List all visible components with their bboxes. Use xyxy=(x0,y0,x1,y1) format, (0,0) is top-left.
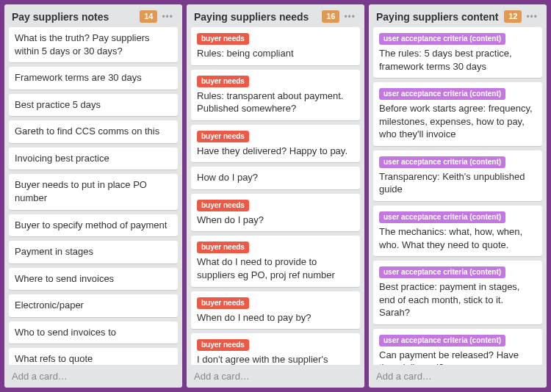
card[interactable]: user acceptance criteria (content)Transp… xyxy=(373,150,542,201)
card-text: The rules: 5 days best practice, framewo… xyxy=(379,47,536,73)
card-text: Best practice: payment in stages, end of… xyxy=(379,280,536,319)
label-badge: user acceptance criteria (content) xyxy=(379,211,505,223)
list-menu-icon[interactable]: ••• xyxy=(342,12,357,22)
card[interactable]: Where to send invoices xyxy=(9,268,178,291)
label-badge: user acceptance criteria (content) xyxy=(379,335,505,346)
card-text: When do I pay? xyxy=(197,214,354,227)
card[interactable]: What is the truth? Pay suppliers within … xyxy=(9,27,178,62)
label-badge: buyer needs xyxy=(197,76,249,87)
card[interactable]: user acceptance criteria (content)Before… xyxy=(373,82,542,146)
card-text: Transparency: Keith's unpublished guide xyxy=(379,170,536,196)
card-text: What do I need to provide to suppliers e… xyxy=(197,255,354,281)
label-badge: buyer needs xyxy=(197,297,249,309)
card-text: What is the truth? Pay suppliers within … xyxy=(15,32,172,57)
card-text: Best practice 5 days xyxy=(15,98,172,112)
label-badge: buyer needs xyxy=(197,33,249,45)
card[interactable]: Payment in stages xyxy=(9,241,178,264)
label-badge: user acceptance criteria (content) xyxy=(379,33,505,45)
card[interactable]: Gareth to find CCS comms on this xyxy=(9,120,178,143)
list-column: Pay suppliers notes 14 ••• What is the t… xyxy=(4,4,182,388)
add-card-button[interactable]: Add a card… xyxy=(4,365,182,388)
label-badge: buyer needs xyxy=(197,242,249,253)
list-menu-icon[interactable]: ••• xyxy=(525,12,539,22)
card-text: I don't agree with the supplier's invoic… xyxy=(197,353,354,365)
list-column: Paying suppliers content 12 ••• user acc… xyxy=(369,4,547,388)
list-header: Paying suppliers needs 16 ••• xyxy=(187,4,364,27)
card-count-badge: 14 xyxy=(140,10,157,23)
list-title[interactable]: Paying suppliers content xyxy=(376,11,501,23)
card-text: Before work starts agree: frequency, mil… xyxy=(379,102,536,141)
card[interactable]: user acceptance criteria (content)Can pa… xyxy=(373,329,542,365)
card-text: What refs to quote xyxy=(15,352,172,365)
add-card-button[interactable]: Add a card… xyxy=(187,365,364,388)
card-list: What is the truth? Pay suppliers within … xyxy=(4,27,182,365)
card-text: Payment in stages xyxy=(15,245,172,258)
card[interactable]: Buyer needs to put in place PO number xyxy=(9,174,178,209)
list-column: Paying suppliers needs 16 ••• buyer need… xyxy=(187,4,364,388)
card[interactable]: buyer needsHave they delivered? Happy to… xyxy=(191,125,360,163)
card-text: Where to send invoices xyxy=(15,272,172,286)
card[interactable]: Framework terms are 30 days xyxy=(9,67,178,90)
card-text: Invoicing best practice xyxy=(15,152,172,165)
card-text: Framework terms are 30 days xyxy=(15,71,172,84)
list-title[interactable]: Paying suppliers needs xyxy=(194,11,319,23)
card[interactable]: Best practice 5 days xyxy=(9,94,178,117)
card-text: Electronic/paper xyxy=(15,299,172,312)
card[interactable]: buyer needsRules: being compliant xyxy=(191,27,360,65)
card[interactable]: Buyer to specify method of payment xyxy=(9,214,178,237)
card[interactable]: buyer needsWhen do I need to pay by? xyxy=(191,291,360,330)
card[interactable]: buyer needsWhat do I need to provide to … xyxy=(191,236,360,286)
card-text: Have they delivered? Happy to pay. xyxy=(197,145,354,158)
card-text: Gareth to find CCS comms on this xyxy=(15,125,172,138)
card[interactable]: buyer needsI don't agree with the suppli… xyxy=(191,333,360,365)
list-menu-icon[interactable]: ••• xyxy=(160,12,175,22)
card[interactable]: What refs to quote xyxy=(9,348,178,365)
card-text: Who to send invoices to xyxy=(15,326,172,339)
card[interactable]: buyer needsWhen do I pay? xyxy=(191,194,360,232)
label-badge: buyer needs xyxy=(197,339,249,351)
label-badge: user acceptance criteria (content) xyxy=(379,156,505,168)
list-header: Paying suppliers content 12 ••• xyxy=(369,4,547,27)
card[interactable]: buyer needsRules: transparent about paym… xyxy=(191,70,360,120)
card-text: Rules: being compliant xyxy=(197,47,354,60)
card[interactable]: Electronic/paper xyxy=(9,294,178,317)
card[interactable]: How do I pay? xyxy=(191,167,360,189)
card[interactable]: Who to send invoices to xyxy=(9,322,178,344)
card-list: user acceptance criteria (content)The ru… xyxy=(369,27,547,365)
label-badge: user acceptance criteria (content) xyxy=(379,88,505,100)
card-text: Buyer to specify method of payment xyxy=(15,219,172,232)
card-text: The mechanics: what, how, when, who. Wha… xyxy=(379,225,536,251)
add-card-button[interactable]: Add a card… xyxy=(369,365,547,388)
card[interactable]: user acceptance criteria (content)Best p… xyxy=(373,261,542,324)
card-text: Rules: transparent about payment. Publis… xyxy=(197,90,354,115)
card-text: When do I need to pay by? xyxy=(197,311,354,324)
label-badge: buyer needs xyxy=(197,200,249,211)
card-text: Buyer needs to put in place PO number xyxy=(15,178,172,204)
label-badge: buyer needs xyxy=(197,131,249,142)
card-count-badge: 16 xyxy=(322,10,339,23)
card-list: buyer needsRules: being compliant buyer … xyxy=(187,27,364,365)
list-header: Pay suppliers notes 14 ••• xyxy=(4,4,182,27)
card-text: How do I pay? xyxy=(197,171,354,184)
label-badge: user acceptance criteria (content) xyxy=(379,266,505,278)
card[interactable]: Invoicing best practice xyxy=(9,148,178,170)
card-count-badge: 12 xyxy=(504,10,522,23)
list-title[interactable]: Pay suppliers notes xyxy=(12,11,137,23)
card[interactable]: user acceptance criteria (content)The ru… xyxy=(373,27,542,78)
card-text: Can payment be released? Have they deliv… xyxy=(379,349,536,365)
card[interactable]: user acceptance criteria (content)The me… xyxy=(373,206,542,256)
